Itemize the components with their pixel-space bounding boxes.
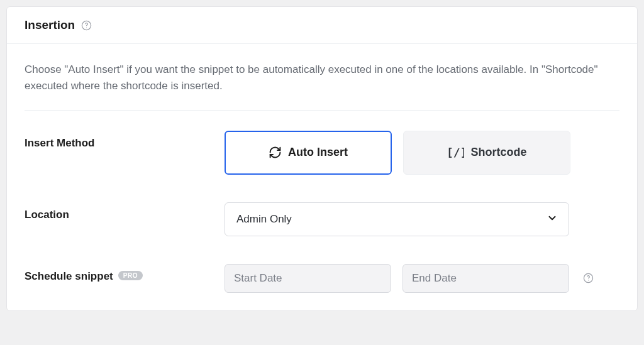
start-date-placeholder: Start Date <box>234 272 282 285</box>
panel-header: Insertion <box>7 7 637 44</box>
insert-method-group: Auto Insert [/] Shortcode <box>225 131 570 175</box>
svg-text:[/]: [/] <box>447 146 464 159</box>
svg-point-4 <box>588 280 589 281</box>
panel-description: Choose "Auto Insert" if you want the sni… <box>25 62 619 95</box>
shortcode-icon: [/] <box>447 146 464 159</box>
pro-badge: PRO <box>118 271 143 280</box>
start-date-input[interactable]: Start Date <box>225 264 391 293</box>
insertion-panel: Insertion Choose "Auto Insert" if you wa… <box>6 6 638 311</box>
control-col: Auto Insert [/] Shortcode <box>225 131 619 175</box>
location-select-value: Admin Only <box>236 213 292 226</box>
end-date-input[interactable]: End Date <box>402 264 569 293</box>
location-select[interactable]: Admin Only <box>225 202 569 236</box>
insert-method-label: Insert Method <box>25 137 94 150</box>
panel-body: Choose "Auto Insert" if you want the sni… <box>7 44 637 310</box>
shortcode-label: Shortcode <box>470 146 526 159</box>
control-col: Start Date End Date <box>225 264 619 293</box>
label-col: Schedule snippet PRO <box>25 264 225 283</box>
end-date-placeholder: End Date <box>412 272 457 285</box>
auto-insert-button[interactable]: Auto Insert <box>225 131 392 175</box>
schedule-label: Schedule snippet PRO <box>25 270 143 283</box>
divider <box>25 110 619 111</box>
help-icon[interactable] <box>583 273 594 283</box>
refresh-icon <box>269 146 282 159</box>
location-select-wrap: Admin Only <box>225 202 569 236</box>
row-insert-method: Insert Method Auto Insert <box>25 131 619 175</box>
schedule-label-text: Schedule snippet <box>25 270 113 283</box>
svg-point-1 <box>86 27 87 28</box>
shortcode-button[interactable]: [/] Shortcode <box>403 131 570 175</box>
date-inputs: Start Date End Date <box>225 264 569 293</box>
location-label: Location <box>25 209 69 221</box>
auto-insert-label: Auto Insert <box>288 146 348 159</box>
label-col: Location <box>25 202 225 221</box>
control-col: Admin Only <box>225 202 619 236</box>
panel-title: Insertion <box>25 18 75 32</box>
row-location: Location Admin Only <box>25 202 619 236</box>
label-col: Insert Method <box>25 131 225 150</box>
help-icon[interactable] <box>81 20 92 31</box>
row-schedule: Schedule snippet PRO Start Date End Date <box>25 264 619 293</box>
